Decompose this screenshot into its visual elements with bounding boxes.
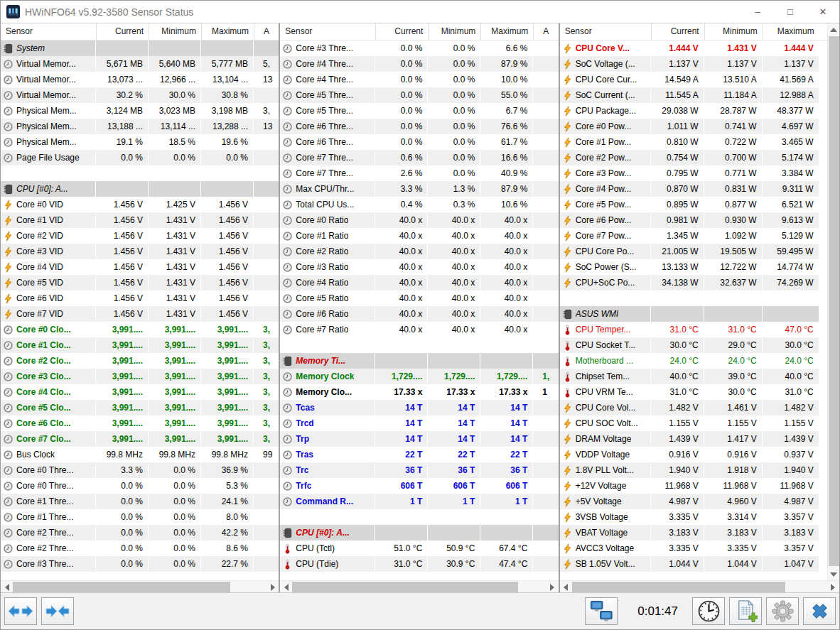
- sensor-row[interactable]: Core #6 Pow...0.981 W0.930 W9.613 W: [560, 212, 827, 228]
- sensor-row[interactable]: Total CPU Us...0.4 %0.3 %10.6 %: [280, 197, 558, 212]
- sensor-row[interactable]: Virtual Memor...13,073 ...12,966 ...13,1…: [1, 72, 279, 87]
- sensor-row[interactable]: 1.8V PLL Volt...1.940 V1.918 V1.940 V: [560, 462, 827, 478]
- sensor-row[interactable]: Physical Mem...19.1 %18.5 %19.6 %: [1, 134, 279, 150]
- vertical-scrollbar[interactable]: [827, 23, 839, 580]
- horizontal-scrollbar[interactable]: [280, 580, 558, 592]
- sensor-row[interactable]: Core #3 Clo...3,991....3,991....3,991...…: [1, 369, 279, 384]
- horizontal-scroll-thumb[interactable]: [13, 582, 230, 592]
- expand-columns-button[interactable]: [4, 597, 37, 625]
- collapse-columns-button[interactable]: [41, 597, 74, 625]
- exit-button[interactable]: [803, 597, 836, 625]
- sensor-row[interactable]: Core #7 Ratio40.0 x40.0 x40.0 x: [280, 322, 558, 337]
- sensor-row[interactable]: Core #1 VID1.456 V1.431 V1.456 V: [1, 212, 279, 228]
- sensor-row[interactable]: Core #2 VID1.456 V1.431 V1.456 V: [1, 228, 279, 244]
- sensor-row[interactable]: Core #5 Ratio40.0 x40.0 x40.0 x: [280, 290, 558, 306]
- column-header-average-clipped[interactable]: A: [254, 23, 279, 40]
- scroll-right-arrow[interactable]: [266, 581, 279, 592]
- sensor-row[interactable]: CPU VRM Te...31.0 °C30.0 °C31.0 °C: [560, 384, 827, 400]
- sensor-row[interactable]: Core #0 Clo...3,991....3,991....3,991...…: [1, 322, 279, 337]
- close-button[interactable]: ✕: [807, 1, 839, 23]
- column-header-current[interactable]: Current: [651, 23, 704, 40]
- clock-button[interactable]: [692, 597, 725, 625]
- sensor-row[interactable]: Core #3 Pow...0.795 W0.771 W3.384 W: [560, 165, 827, 181]
- sensor-row[interactable]: CPU SOC Volt...1.155 V1.155 V1.155 V: [560, 416, 827, 431]
- sensor-row[interactable]: Core #5 Thre...0.0 %0.0 %6.7 %: [280, 103, 558, 119]
- column-header-maximum[interactable]: Maximum: [201, 23, 254, 40]
- sensor-row[interactable]: Core #7 VID1.456 V1.431 V1.456 V: [1, 306, 279, 322]
- sensor-row[interactable]: Core #5 VID1.456 V1.431 V1.456 V: [1, 275, 279, 290]
- sensor-row[interactable]: Physical Mem...13,188 ...13,114 ...13,28…: [1, 119, 279, 134]
- sensor-row[interactable]: Core #0 Pow...1.011 W0.741 W4.697 W: [560, 119, 827, 134]
- column-header-minimum[interactable]: Minimum: [704, 23, 763, 40]
- sensor-row[interactable]: SB 1.05V Volt...1.044 V1.044 V1.047 V: [560, 556, 827, 572]
- column-header-average-clipped[interactable]: A: [533, 23, 558, 40]
- sensor-row[interactable]: Core #1 Ratio40.0 x40.0 x40.0 x: [280, 228, 558, 244]
- sensor-row[interactable]: Tras22 T22 T22 T: [280, 447, 558, 462]
- column-header-maximum[interactable]: Maximum: [763, 23, 819, 40]
- sensor-row[interactable]: CPU Core V...1.444 V1.431 V1.444 V: [560, 40, 827, 56]
- sensor-row[interactable]: VDDP Voltage0.916 V0.916 V0.937 V: [560, 447, 827, 462]
- section-header-row[interactable]: CPU [#0]: A...: [280, 525, 558, 541]
- scroll-right-arrow[interactable]: [546, 581, 559, 592]
- titlebar[interactable]: HWiNFO64 v5.92-3580 Sensor Status – □ ✕: [1, 1, 839, 23]
- sensor-row[interactable]: Core #0 Ratio40.0 x40.0 x40.0 x: [280, 212, 558, 228]
- sensor-row[interactable]: Core #3 Thre...0.0 %0.0 %6.6 %: [280, 40, 558, 56]
- section-header-row[interactable]: ASUS WMI: [560, 306, 827, 322]
- remote-monitoring-button[interactable]: [585, 597, 618, 625]
- sensor-row[interactable]: Core #6 VID1.456 V1.431 V1.456 V: [1, 290, 279, 306]
- column-header-sensor[interactable]: Sensor: [1, 23, 96, 40]
- column-header-current[interactable]: Current: [96, 23, 149, 40]
- sensor-row[interactable]: Physical Mem...3,124 MB3,023 MB3,198 MB3…: [1, 103, 279, 119]
- sensor-row[interactable]: Core #2 Thre...0.0 %0.0 %42.2 %: [1, 525, 279, 541]
- sensor-row[interactable]: Core #3 VID1.456 V1.431 V1.456 V: [1, 244, 279, 259]
- sensor-row[interactable]: Core #4 Thre...0.0 %0.0 %87.9 %: [280, 56, 558, 72]
- sensor-row[interactable]: VBAT Voltage3.183 V3.183 V3.183 V: [560, 525, 827, 541]
- sensor-row[interactable]: Max CPU/Thr...3.3 %1.3 %87.9 %: [280, 181, 558, 197]
- sensor-row[interactable]: CPU Core Vol...1.482 V1.461 V1.482 V: [560, 400, 827, 416]
- sensor-row[interactable]: Core #5 Pow...0.895 W0.877 W6.521 W: [560, 197, 827, 212]
- column-header-minimum[interactable]: Minimum: [428, 23, 480, 40]
- sensor-row[interactable]: Core #6 Thre...0.0 %0.0 %76.6 %: [280, 119, 558, 134]
- sensor-row[interactable]: +5V Voltage4.987 V4.960 V4.987 V: [560, 494, 827, 509]
- sensor-row[interactable]: SoC Voltage (...1.137 V1.137 V1.137 V: [560, 56, 827, 72]
- sensor-row[interactable]: Chipset Tem...40.0 °C39.0 °C40.0 °C: [560, 369, 827, 384]
- column-header-sensor[interactable]: Sensor: [280, 23, 375, 40]
- sensor-row[interactable]: Core #4 Clo...3,991....3,991....3,991...…: [1, 384, 279, 400]
- sensor-row[interactable]: Core #2 Pow...0.754 W0.700 W5.174 W: [560, 150, 827, 165]
- sensor-row[interactable]: Core #1 Clo...3,991....3,991....3,991...…: [1, 337, 279, 353]
- settings-button[interactable]: [766, 597, 799, 625]
- sensor-row[interactable]: Trcd14 T14 T14 T: [280, 416, 558, 431]
- column-header-maximum[interactable]: Maximum: [480, 23, 533, 40]
- sensor-row[interactable]: CPU Temper...31.0 °C31.0 °C47.0 °C: [560, 322, 827, 337]
- scroll-left-arrow[interactable]: [560, 581, 572, 592]
- sensor-row[interactable]: Virtual Memor...5,671 MB5,640 MB5,777 MB…: [1, 56, 279, 72]
- sensor-row[interactable]: Core #4 Ratio40.0 x40.0 x40.0 x: [280, 275, 558, 290]
- sensor-row[interactable]: CPU+SoC Po...34.138 W32.637 W74.269 W: [560, 275, 827, 290]
- horizontal-scroll-thumb[interactable]: [292, 582, 518, 592]
- sensor-row[interactable]: Core #7 Thre...2.6 %0.0 %40.9 %: [280, 165, 558, 181]
- sensor-row[interactable]: Core #2 Ratio40.0 x40.0 x40.0 x: [280, 244, 558, 259]
- column-header-sensor[interactable]: Sensor: [560, 23, 651, 40]
- sensor-row[interactable]: Tcas14 T14 T14 T: [280, 400, 558, 416]
- sensor-row[interactable]: Command R...1 T1 T1 T: [280, 494, 558, 509]
- sensor-row[interactable]: Core #7 Clo...3,991....3,991....3,991...…: [1, 431, 279, 447]
- column-header-current[interactable]: Current: [375, 23, 428, 40]
- sensor-row[interactable]: Core #4 Pow...0.870 W0.831 W9.311 W: [560, 181, 827, 197]
- sensor-row[interactable]: Memory Clock1,729....1,729....1,729....1…: [280, 369, 558, 384]
- scroll-up-arrow[interactable]: [828, 23, 839, 36]
- section-header-row[interactable]: CPU [#0]: A...: [1, 181, 279, 197]
- sensor-row[interactable]: Trfc606 T606 T606 T: [280, 478, 558, 494]
- sensor-row[interactable]: Core #6 Ratio40.0 x40.0 x40.0 x: [280, 306, 558, 322]
- sensor-row[interactable]: Core #6 Clo...3,991....3,991....3,991...…: [1, 416, 279, 431]
- horizontal-scrollbar[interactable]: [560, 580, 839, 592]
- sensor-row[interactable]: Core #1 Pow...0.810 W0.722 W3.465 W: [560, 134, 827, 150]
- sensor-row[interactable]: Core #0 Thre...0.0 %0.0 %5.3 %: [1, 478, 279, 494]
- sensor-row[interactable]: CPU Core Cur...14.549 A13.510 A41.569 A: [560, 72, 827, 87]
- column-header-minimum[interactable]: Minimum: [149, 23, 201, 40]
- sensor-row[interactable]: +12V Voltage11.968 V11.968 V11.968 V: [560, 478, 827, 494]
- sensor-row[interactable]: Core #4 VID1.456 V1.431 V1.456 V: [1, 259, 279, 275]
- horizontal-scroll-thumb[interactable]: [572, 582, 785, 592]
- section-header-row[interactable]: System: [1, 40, 279, 56]
- sensor-row[interactable]: Core #5 Clo...3,991....3,991....3,991...…: [1, 400, 279, 416]
- sensor-row[interactable]: SoC Current (...11.545 A11.184 A12.988 A: [560, 87, 827, 103]
